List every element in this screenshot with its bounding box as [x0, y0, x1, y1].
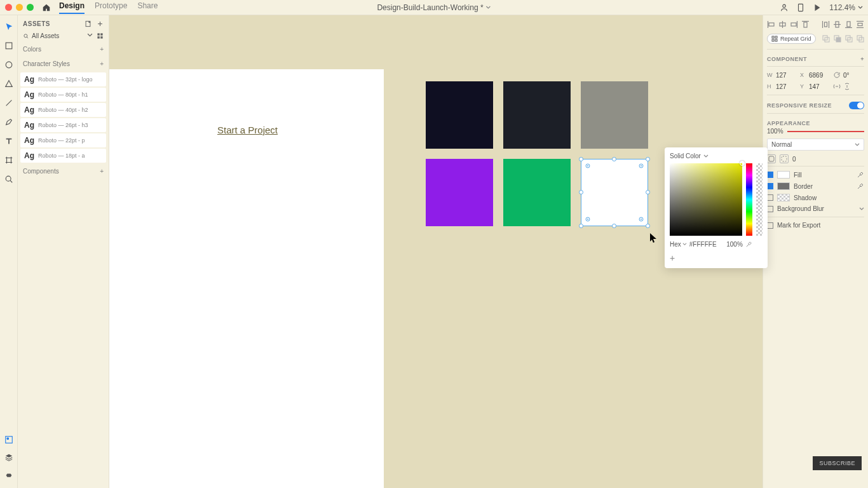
artboard-tool[interactable] — [4, 155, 14, 165]
tab-design[interactable]: Design — [59, 1, 85, 14]
line-tool[interactable] — [4, 98, 14, 108]
blend-mode-select[interactable]: Normal — [767, 139, 864, 151]
colors-section[interactable]: Colors + — [18, 42, 109, 57]
corner-handle-icon[interactable] — [639, 163, 644, 168]
align-middle-icon[interactable] — [833, 20, 841, 29]
add-color-icon[interactable]: + — [100, 46, 104, 53]
add-component-icon[interactable]: + — [860, 56, 864, 62]
minimize-window[interactable] — [16, 4, 23, 11]
rectangle-tool[interactable] — [4, 41, 14, 51]
flip-h-icon[interactable] — [833, 83, 841, 90]
subscribe-button[interactable]: SUBSCRIBE — [813, 456, 862, 470]
char-style-item[interactable]: AgRoboto — 32pt - logo — [20, 72, 106, 86]
height-input[interactable]: 127 — [776, 83, 797, 90]
char-style-item[interactable]: AgRoboto — 26pt - h3 — [20, 118, 106, 132]
play-icon[interactable] — [813, 3, 822, 12]
layers-panel-icon[interactable] — [4, 452, 14, 463]
bgblur-checkbox[interactable] — [767, 206, 773, 212]
add-swatch-button[interactable]: + — [670, 253, 763, 263]
responsive-toggle[interactable] — [849, 102, 864, 109]
exclude-icon[interactable] — [857, 35, 864, 43]
add-component-icon[interactable]: + — [100, 168, 104, 175]
color-swatch[interactable] — [426, 81, 493, 149]
assets-panel-icon[interactable] — [4, 435, 14, 445]
search-input[interactable] — [32, 32, 76, 39]
color-picker-mode[interactable]: Solid Color — [670, 152, 763, 159]
color-swatch[interactable] — [426, 159, 493, 226]
color-swatch[interactable] — [503, 159, 571, 226]
char-styles-section[interactable]: Character Styles + — [18, 57, 109, 71]
selected-rectangle[interactable] — [581, 159, 648, 226]
opacity-value[interactable]: 100% — [767, 128, 783, 135]
individual-corners-icon[interactable] — [780, 154, 789, 163]
shadow-swatch[interactable] — [777, 194, 790, 201]
color-swatch[interactable] — [581, 81, 648, 149]
shadow-checkbox[interactable] — [767, 194, 773, 201]
export-checkbox[interactable] — [767, 222, 773, 229]
rotate-icon[interactable] — [833, 71, 841, 79]
char-style-item[interactable]: AgRoboto — 22pt - p — [20, 133, 106, 147]
select-tool[interactable] — [4, 22, 14, 32]
color-swatch[interactable] — [503, 81, 571, 149]
x-input[interactable]: 6869 — [809, 72, 831, 79]
opacity-slider[interactable] — [787, 131, 864, 132]
zoom-tool[interactable] — [4, 174, 14, 184]
components-section[interactable]: Components + — [18, 164, 109, 179]
artboard-link-text[interactable]: Start a Project — [217, 125, 278, 135]
fill-swatch[interactable] — [777, 171, 790, 179]
repeat-grid-button[interactable]: Repeat Grid — [767, 34, 816, 44]
hex-mode-select[interactable]: Hex — [670, 241, 687, 248]
distribute-h-icon[interactable] — [822, 20, 830, 29]
border-swatch[interactable] — [777, 182, 790, 190]
alpha-slider[interactable] — [756, 163, 763, 236]
width-input[interactable]: 127 — [776, 72, 797, 79]
pen-tool[interactable] — [4, 117, 14, 127]
subtract-icon[interactable] — [834, 35, 841, 43]
align-center-h-icon[interactable] — [778, 20, 787, 29]
saturation-value-picker[interactable] — [670, 163, 742, 236]
close-window[interactable] — [5, 4, 12, 11]
plugins-panel-icon[interactable] — [4, 470, 14, 480]
char-style-item[interactable]: AgRoboto — 40pt - h2 — [20, 103, 106, 117]
tab-prototype[interactable]: Prototype — [95, 1, 127, 14]
rotation-input[interactable]: 0° — [843, 72, 856, 79]
all-corners-icon[interactable] — [767, 154, 776, 163]
zoom-control[interactable]: 112.4% — [829, 3, 863, 12]
align-bottom-icon[interactable] — [844, 20, 853, 29]
asset-search[interactable] — [18, 30, 109, 42]
eyedropper-icon[interactable] — [857, 171, 864, 179]
char-style-item[interactable]: AgRoboto — 80pt - h1 — [20, 88, 106, 102]
fill-checkbox[interactable] — [767, 172, 773, 178]
corner-handle-icon[interactable] — [585, 217, 590, 222]
distribute-v-icon[interactable] — [856, 20, 864, 29]
home-icon[interactable] — [41, 3, 51, 13]
eyedropper-icon[interactable] — [857, 182, 864, 190]
device-preview-icon[interactable] — [796, 3, 805, 12]
alpha-input[interactable] — [724, 241, 743, 248]
chevron-down-icon[interactable] — [87, 32, 93, 38]
text-tool[interactable] — [4, 136, 14, 146]
color-picker[interactable]: Solid Color Hex + — [665, 147, 768, 268]
eyedropper-icon[interactable] — [745, 241, 752, 248]
intersect-icon[interactable] — [845, 35, 853, 43]
align-top-icon[interactable] — [801, 20, 810, 29]
user-icon[interactable] — [780, 3, 789, 12]
document-assets-icon[interactable] — [85, 20, 92, 27]
add-asset-icon[interactable] — [97, 20, 104, 27]
y-input[interactable]: 147 — [809, 83, 831, 90]
char-style-item[interactable]: AgRoboto — 18pt - a — [20, 149, 106, 163]
border-checkbox[interactable] — [767, 183, 773, 189]
add-char-style-icon[interactable]: + — [100, 60, 104, 67]
union-icon[interactable] — [822, 35, 830, 43]
maximize-window[interactable] — [27, 4, 34, 11]
align-right-icon[interactable] — [790, 20, 798, 29]
document-title[interactable]: Design-Build-Launch-Working * — [377, 3, 491, 12]
polygon-tool[interactable] — [4, 79, 14, 89]
hue-slider[interactable] — [746, 163, 752, 236]
chevron-down-icon[interactable] — [859, 207, 864, 212]
tab-share[interactable]: Share — [137, 1, 158, 14]
ellipse-tool[interactable] — [4, 60, 14, 70]
hex-input[interactable] — [689, 241, 721, 248]
flip-v-icon[interactable] — [843, 83, 851, 90]
grid-view-icon[interactable] — [97, 32, 104, 39]
